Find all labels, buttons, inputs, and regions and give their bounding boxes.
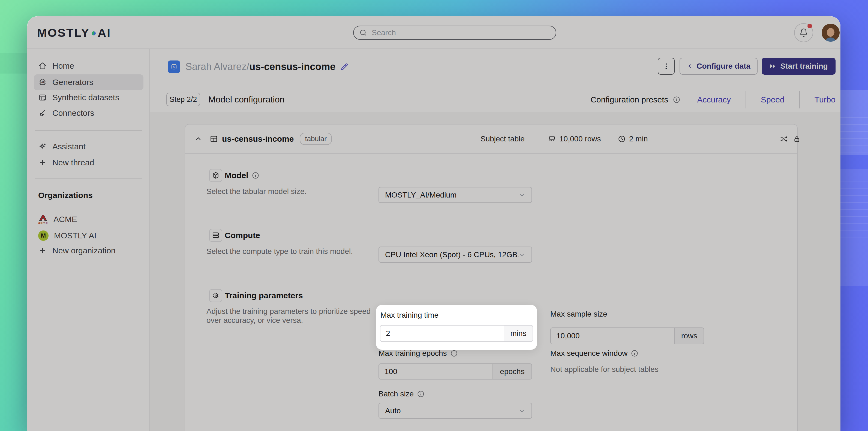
chevron-left-icon [687, 63, 693, 69]
max-training-time-input[interactable] [380, 325, 504, 342]
acme-logo: acme [38, 213, 48, 225]
bell-icon [799, 28, 808, 37]
svg-text:AI: AI [41, 80, 44, 84]
edit-name-button[interactable] [340, 62, 349, 71]
app-window: MOSTLY AI Home AI Generators [27, 16, 840, 431]
table-name: us-census-income [222, 134, 294, 143]
configure-data-button[interactable]: Configure data [680, 58, 757, 75]
sidebar-item-org-mostly-ai[interactable]: M MOSTLY AI [34, 228, 144, 243]
page-title: Model configuration [208, 93, 284, 106]
model-section-title: Model [225, 169, 259, 182]
synthetic-datasets-icon [38, 93, 47, 102]
preset-divider [746, 91, 746, 108]
mostly-ai-org-logo: M [38, 231, 49, 241]
cube-icon [212, 171, 220, 179]
fast-forward-icon [769, 63, 776, 70]
kebab-icon [662, 62, 670, 70]
sidebar-divider [35, 178, 142, 179]
max-training-epochs-input[interactable] [378, 363, 493, 379]
batch-size-select[interactable]: Auto [378, 403, 532, 419]
rows-icon [548, 135, 556, 143]
user-avatar[interactable] [822, 24, 840, 42]
generator-name: us-census-income [249, 61, 335, 72]
sidebar-item-new-organization[interactable]: New organization [34, 243, 144, 259]
unread-notification-badge [807, 24, 812, 28]
model-section-icon-box [209, 169, 222, 182]
sidebar-item-label: Connectors [52, 108, 94, 118]
sidebar-item-label: New organization [52, 246, 116, 255]
max-sample-size-unit: rows [675, 328, 704, 344]
search-icon [359, 29, 367, 37]
training-section-description-line2: over accuracy, or vice versa. [207, 316, 303, 325]
info-icon[interactable] [417, 390, 425, 398]
training-section-description-line1: Adjust the training parameters to priori… [207, 307, 371, 316]
shuffle-icon[interactable] [780, 135, 788, 143]
chevron-down-icon [518, 407, 526, 415]
table-icon [210, 135, 218, 143]
preset-accuracy[interactable]: Accuracy [697, 95, 731, 104]
max-sequence-window-note: Not applicable for subject tables [550, 363, 658, 375]
plus-icon [38, 246, 47, 255]
compute-section-description: Select the compute type to train this mo… [207, 247, 353, 256]
card-header-icons [780, 125, 801, 153]
info-icon[interactable] [252, 172, 259, 179]
compute-section-title: Compute [225, 229, 260, 242]
sidebar-item-label: New thread [52, 158, 94, 167]
plus-icon [38, 158, 47, 167]
server-icon [212, 231, 220, 239]
home-icon [38, 62, 47, 70]
info-icon[interactable] [673, 96, 680, 103]
sidebar-item-label: Synthetic datasets [52, 93, 119, 102]
presets-label: Configuration presets [590, 95, 668, 104]
breadcrumb-owner: Sarah Alvarez/ [185, 61, 249, 72]
ai-chip-icon: AI [38, 78, 47, 87]
subject-table-label: Subject table [480, 125, 525, 153]
chevron-down-icon [518, 251, 526, 258]
table-type-badge: tabular [300, 133, 332, 145]
ai-chip-icon: AI [170, 63, 178, 71]
preset-speed[interactable]: Speed [761, 95, 784, 104]
sidebar-item-label: Generators [52, 78, 93, 87]
sidebar-item-home[interactable]: Home [34, 58, 144, 74]
max-sample-size-input[interactable] [550, 328, 675, 344]
notifications-button[interactable] [794, 23, 813, 42]
model-section-description: Select the tabular model size. [207, 187, 307, 196]
logo-text-2: AI [98, 26, 111, 39]
max-sample-size-field: rows [550, 328, 704, 344]
search-bar[interactable] [353, 26, 556, 40]
search-input[interactable] [372, 28, 550, 37]
max-training-time-label: Max training time [380, 309, 438, 322]
training-time-estimate: 2 min [618, 125, 648, 153]
logo-dot-icon [92, 31, 96, 35]
step-badge: Step 2/2 [166, 93, 200, 106]
table-config-card: us-census-income tabular Subject table 1… [185, 124, 798, 431]
max-sequence-window-label: Max sequence window [550, 347, 639, 360]
edit-pencil-icon [340, 62, 349, 71]
sidebar-item-org-acme[interactable]: acme ACME [34, 211, 144, 227]
model-select[interactable]: MOSTLY_AI/Medium [378, 187, 532, 203]
preset-turbo[interactable]: Turbo [814, 95, 836, 104]
sidebar-item-connectors[interactable]: Connectors [34, 105, 144, 121]
start-training-button[interactable]: Start training [762, 58, 836, 75]
topbar: MOSTLY AI [27, 16, 840, 49]
more-actions-button[interactable] [658, 58, 675, 75]
training-section-title: Training parameters [225, 289, 303, 302]
batch-size-label: Batch size [378, 388, 425, 400]
sidebar-item-synthetic-datasets[interactable]: Synthetic datasets [34, 90, 144, 105]
preset-divider [799, 91, 800, 108]
organizations-heading: Organizations [38, 188, 142, 203]
sidebar-item-assistant[interactable]: Assistant [34, 139, 144, 155]
chevron-up-icon[interactable] [194, 135, 203, 143]
sidebar-item-new-thread[interactable]: New thread [34, 155, 144, 170]
row-count: 10,000 rows [548, 125, 601, 153]
sidebar-item-generators[interactable]: AI Generators [34, 74, 144, 90]
mostly-ai-logo[interactable]: MOSTLY AI [37, 16, 111, 49]
lock-icon[interactable] [793, 135, 801, 143]
sidebar-item-label: Home [52, 61, 74, 71]
compute-select[interactable]: CPU Intel Xeon (Spot) - 6 CPUs, 12GB... [378, 246, 532, 263]
breadcrumb: Sarah Alvarez/us-census-income [185, 61, 349, 73]
info-icon[interactable] [450, 350, 458, 357]
sidebar-item-label: ACME [54, 215, 77, 224]
sidebar: Home AI Generators Synthetic datasets Co… [27, 49, 150, 431]
info-icon[interactable] [631, 350, 639, 357]
